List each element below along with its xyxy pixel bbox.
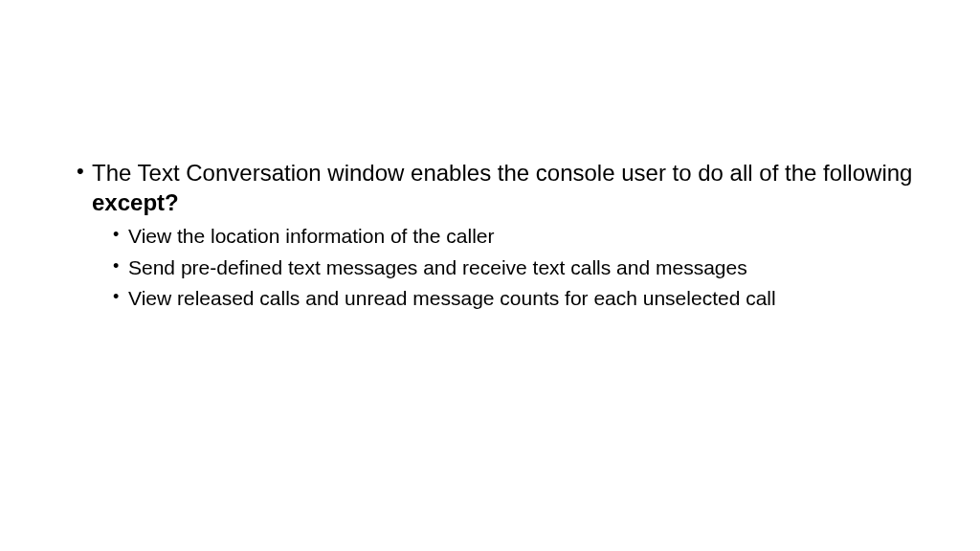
option-text: View released calls and unread message c… <box>128 287 776 309</box>
question-item: The Text Conversation window enables the… <box>67 158 913 312</box>
question-text: The Text Conversation window enables the… <box>92 160 912 186</box>
option-item: Send pre-defined text messages and recei… <box>92 254 913 281</box>
option-item: View released calls and unread message c… <box>92 285 913 312</box>
question-list: The Text Conversation window enables the… <box>67 158 913 312</box>
options-list: View the location information of the cal… <box>92 223 913 312</box>
option-text: Send pre-defined text messages and recei… <box>128 256 747 278</box>
option-item: View the location information of the cal… <box>92 223 913 250</box>
option-text: View the location information of the cal… <box>128 225 495 247</box>
question-emphasis: except? <box>92 189 179 215</box>
